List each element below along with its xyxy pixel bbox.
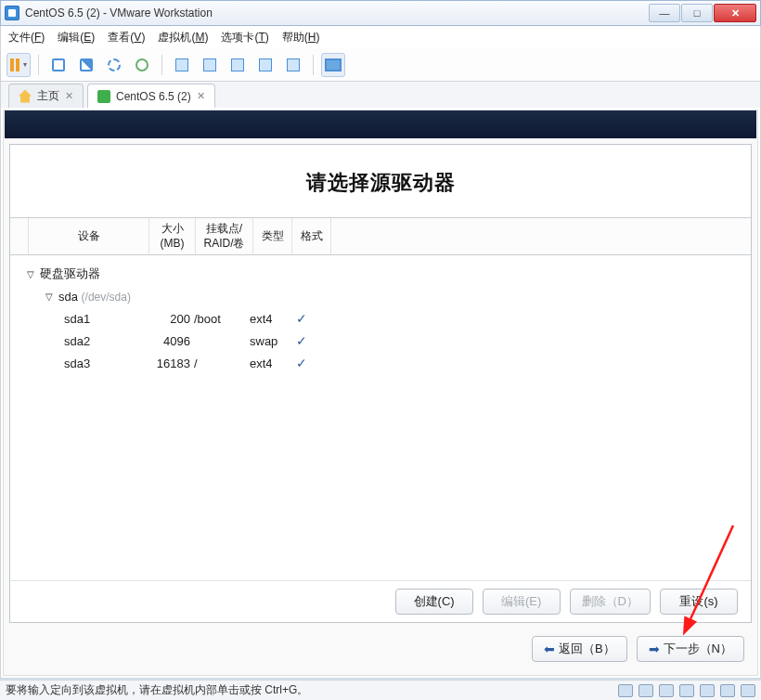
separator	[38, 55, 39, 75]
view-button-1[interactable]	[170, 53, 194, 77]
reset-button[interactable]: 重设(s)	[660, 589, 738, 615]
unity-button[interactable]	[253, 53, 277, 77]
status-device-icons	[618, 684, 755, 697]
installer-panel: 请选择源驱动器 设备 大小 (MB) 挂载点/ RAID/卷 类型 格式 ▽ 硬…	[9, 144, 752, 623]
home-icon	[19, 90, 32, 103]
console-view-button[interactable]	[321, 53, 345, 77]
tab-home-label: 主页	[37, 88, 59, 104]
device-icon[interactable]	[679, 684, 694, 697]
revert-button[interactable]	[102, 53, 126, 77]
view-button-5[interactable]	[281, 53, 305, 77]
partition-table-header: 设备 大小 (MB) 挂载点/ RAID/卷 类型 格式	[10, 217, 751, 255]
tab-vm[interactable]: CentOS 6.5 (2) ✕	[87, 84, 215, 108]
snapshot-button[interactable]	[46, 53, 71, 77]
expand-icon[interactable]: ▽	[27, 269, 36, 279]
status-bar: 要将输入定向到该虚拟机，请在虚拟机内部单击或按 Ctrl+G。	[0, 680, 761, 700]
device-icon[interactable]	[700, 684, 715, 697]
col-size[interactable]: 大小 (MB)	[149, 218, 196, 254]
close-button[interactable]: ✕	[714, 4, 756, 22]
menu-edit[interactable]: 编辑(E)	[58, 30, 95, 45]
tree-row-disk[interactable]: ▽ sda (/dev/sda)	[10, 285, 751, 307]
power-button[interactable]: ▾	[6, 53, 31, 77]
edit-button[interactable]: 编辑(E)	[483, 589, 561, 615]
menu-tabs[interactable]: 选项卡(T)	[221, 30, 268, 45]
menu-help[interactable]: 帮助(H)	[282, 30, 320, 45]
window-title: CentOS 6.5 (2) - VMware Workstation	[25, 6, 649, 19]
tab-vm-label: CentOS 6.5 (2)	[116, 90, 191, 103]
tree-row-root[interactable]: ▽ 硬盘驱动器	[10, 263, 751, 285]
partition-tree: ▽ 硬盘驱动器 ▽ sda (/dev/sda) sda1 200 /boot …	[10, 255, 751, 580]
delete-button[interactable]: 删除（D）	[570, 589, 651, 615]
vm-icon	[97, 90, 110, 103]
tab-home-close[interactable]: ✕	[65, 90, 73, 102]
nav-button-row: ⬅返回（B） ➡下一步（N）	[4, 629, 757, 675]
status-text: 要将输入定向到该虚拟机，请在虚拟机内部单击或按 Ctrl+G。	[6, 682, 618, 698]
device-icon[interactable]	[638, 684, 653, 697]
view-button-2[interactable]	[198, 53, 222, 77]
col-mount[interactable]: 挂载点/ RAID/卷	[196, 218, 253, 254]
toolbar: ▾	[0, 48, 761, 82]
next-button[interactable]: ➡下一步（N）	[637, 636, 744, 662]
minimize-button[interactable]: —	[649, 4, 680, 22]
col-format[interactable]: 格式	[292, 218, 331, 254]
arrow-left-icon: ⬅	[544, 642, 555, 656]
vm-screen[interactable]: 请选择源驱动器 设备 大小 (MB) 挂载点/ RAID/卷 类型 格式 ▽ 硬…	[3, 110, 758, 676]
fullscreen-button[interactable]	[226, 53, 250, 77]
installer-banner	[5, 110, 756, 138]
device-icon[interactable]	[618, 684, 633, 697]
app-icon	[5, 6, 19, 20]
tab-vm-close[interactable]: ✕	[197, 90, 205, 102]
device-icon[interactable]	[741, 684, 755, 697]
window-titlebar: CentOS 6.5 (2) - VMware Workstation — □ …	[0, 0, 761, 26]
device-icon[interactable]	[720, 684, 735, 697]
tab-home[interactable]: 主页 ✕	[8, 84, 84, 108]
menu-bar: 文件(F) 编辑(E) 查看(V) 虚拟机(M) 选项卡(T) 帮助(H)	[0, 26, 761, 48]
col-device[interactable]: 设备	[29, 218, 149, 254]
tab-strip: 主页 ✕ CentOS 6.5 (2) ✕	[0, 82, 761, 108]
tree-row-partition[interactable]: sda3 16183 / ext4 ✓	[10, 352, 751, 374]
expand-icon[interactable]: ▽	[45, 292, 55, 302]
separator	[313, 55, 314, 75]
separator	[161, 55, 162, 75]
installer-heading: 请选择源驱动器	[10, 145, 751, 217]
partition-action-row: 创建(C) 编辑(E) 删除（D） 重设(s)	[10, 580, 751, 622]
arrow-right-icon: ➡	[649, 642, 660, 656]
check-icon: ✓	[296, 311, 324, 326]
snapshot-manager-button[interactable]	[74, 53, 98, 77]
maximize-button[interactable]: □	[681, 4, 713, 22]
device-icon[interactable]	[659, 684, 674, 697]
create-button[interactable]: 创建(C)	[395, 589, 473, 615]
vm-container: 请选择源驱动器 设备 大小 (MB) 挂载点/ RAID/卷 类型 格式 ▽ 硬…	[0, 108, 761, 679]
menu-view[interactable]: 查看(V)	[108, 30, 145, 45]
col-type[interactable]: 类型	[253, 218, 292, 254]
tree-row-partition[interactable]: sda1 200 /boot ext4 ✓	[10, 307, 751, 330]
tree-row-partition[interactable]: sda2 4096 swap ✓	[10, 330, 751, 352]
back-button[interactable]: ⬅返回（B）	[532, 636, 627, 662]
check-icon: ✓	[296, 356, 324, 370]
menu-vm[interactable]: 虚拟机(M)	[158, 30, 208, 45]
menu-file[interactable]: 文件(F)	[8, 30, 45, 45]
check-icon: ✓	[296, 333, 324, 348]
manage-button[interactable]	[130, 53, 154, 77]
